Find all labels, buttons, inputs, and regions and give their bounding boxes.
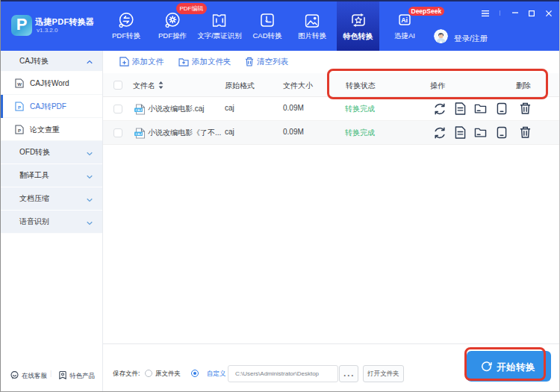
svg-text:W: W (17, 82, 22, 87)
svg-text:P: P (18, 105, 21, 110)
svg-text:P: P (18, 128, 21, 133)
svg-text:CAJ: CAJ (135, 108, 142, 112)
svg-text:Ai: Ai (401, 16, 408, 23)
svg-text:CAJ: CAJ (135, 132, 142, 136)
